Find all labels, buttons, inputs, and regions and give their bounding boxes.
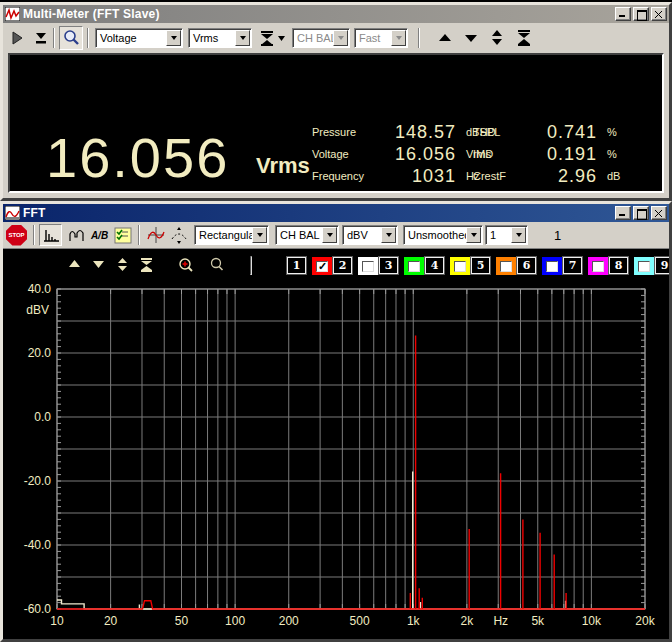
dropdown-arrow-icon[interactable] <box>381 227 396 243</box>
y-axis-label: 20.0 <box>28 346 52 360</box>
dropdown-arrow-icon[interactable] <box>235 30 250 46</box>
stat-label: CrestF <box>473 165 535 187</box>
axes-curve-button[interactable] <box>144 224 167 246</box>
dropdown-arrow-icon[interactable] <box>466 227 481 243</box>
range-down-icon[interactable] <box>464 32 478 44</box>
trace-6-button[interactable]: 6 <box>517 257 536 274</box>
fft-unit-select[interactable]: dBV <box>342 225 398 245</box>
multimeter-title: Multi-Meter (FFT Slave) <box>23 7 160 21</box>
x-axis-label: 100 <box>225 614 245 628</box>
toolbar-separator <box>33 225 35 245</box>
spectrum-view-button[interactable] <box>39 224 62 246</box>
y-axis-label: -20.0 <box>24 474 52 488</box>
play-icon[interactable] <box>10 30 24 46</box>
trace-7-checkbox[interactable] <box>588 257 608 275</box>
trace-7-button[interactable]: 7 <box>563 257 582 274</box>
magnifier-toggle-button[interactable] <box>59 26 83 50</box>
scale-expand-icon[interactable] <box>115 257 130 277</box>
toolbar-separator <box>418 28 420 48</box>
trace-1-button[interactable]: 1 <box>287 257 306 274</box>
trace-6-checkbox-box <box>546 261 558 272</box>
trace-3-checkbox-box <box>408 261 420 272</box>
minimize-button[interactable] <box>615 206 631 220</box>
meter-display-panel: 16.056 Vrms Pressure148.57dBSPLVoltage16… <box>8 53 664 193</box>
trace-2-checkbox[interactable] <box>358 257 378 275</box>
traces-master-checkbox[interactable] <box>250 256 252 275</box>
trace-3-checkbox[interactable] <box>404 257 424 275</box>
stat-unit: % <box>607 121 649 143</box>
zoom-out-icon[interactable] <box>209 257 225 276</box>
trace-5-checkbox[interactable] <box>496 257 516 275</box>
maximize-button[interactable] <box>633 7 649 21</box>
trace-group-8: 8 <box>609 257 654 275</box>
meter-unit-select[interactable]: Vrms <box>188 28 252 48</box>
fft-titlebar[interactable]: FFT <box>3 204 669 222</box>
meter-channel-select: CH BAL <box>292 28 350 48</box>
trace-2-checkbox-box <box>362 261 374 272</box>
trace-7-checkbox-box <box>592 261 604 272</box>
dropdown-arrow-icon[interactable] <box>322 227 337 243</box>
dropdown-arrow-icon <box>333 30 348 46</box>
scale-down-icon[interactable] <box>91 257 106 275</box>
trace-8-checkbox-box <box>638 261 650 272</box>
x-axis-label: 5k <box>531 614 545 628</box>
compress-range-icon[interactable] <box>259 29 275 47</box>
stop-button[interactable]: STOP <box>6 225 27 246</box>
range-compress-icon[interactable] <box>516 29 532 47</box>
dropdown-arrow-icon[interactable] <box>166 30 181 46</box>
stat-unit: dB <box>607 165 649 187</box>
x-axis-label: 1k <box>407 614 421 628</box>
checklist-button[interactable] <box>111 224 134 246</box>
trace-1-checkbox[interactable] <box>312 257 332 275</box>
range-expand-icon[interactable] <box>490 29 504 47</box>
stat-value: 16.056 <box>378 143 466 165</box>
trace-4-button[interactable]: 4 <box>425 257 444 274</box>
multimeter-titlebar[interactable]: Multi-Meter (FFT Slave) <box>3 5 669 23</box>
trace-8-checkbox[interactable] <box>634 257 654 275</box>
trace-2-button[interactable]: 2 <box>333 257 352 274</box>
maximize-button[interactable] <box>633 206 649 220</box>
minimize-button[interactable] <box>615 7 631 21</box>
trace-8-button[interactable]: 8 <box>609 257 628 274</box>
trace-3-button[interactable]: 3 <box>379 257 398 274</box>
scale-compress-icon[interactable] <box>139 257 154 277</box>
fft-title: FFT <box>23 206 46 220</box>
x-axis-label: 10k <box>582 614 602 628</box>
smoothing-select[interactable]: Unsmoothed <box>403 225 483 245</box>
scale-up-icon[interactable] <box>67 257 82 275</box>
stat-value: 1031 <box>378 165 466 187</box>
smoothing-button[interactable] <box>167 224 190 246</box>
stat-label: Pressure <box>312 121 378 143</box>
trace-group-5: 5 <box>471 257 516 275</box>
fft-plot-panel: 40.020.00.0-20.0-40.0-60.0dBV10205010020… <box>3 248 669 639</box>
trace-9-button[interactable]: 9 <box>655 257 669 274</box>
close-button[interactable] <box>651 7 667 21</box>
trace-6-checkbox[interactable] <box>542 257 562 275</box>
skip-to-end-icon[interactable] <box>33 30 49 46</box>
trace-group-6: 6 <box>517 257 562 275</box>
stat-value: 2.96 <box>535 165 607 187</box>
stat-value: 148.57 <box>378 121 466 143</box>
toolbar-separator <box>87 28 89 48</box>
fft-spectrum-chart: 40.020.00.0-20.0-40.0-60.0dBV10205010020… <box>3 249 669 639</box>
stat-label: THD <box>473 121 535 143</box>
fft-channel-select[interactable]: CH BAL <box>275 225 339 245</box>
fft-window-select[interactable]: Rectangular <box>194 225 269 245</box>
trace-5-button[interactable]: 5 <box>471 257 490 274</box>
dropdown-arrow-icon[interactable] <box>252 227 267 243</box>
ab-compare-button[interactable]: A/B <box>88 224 111 246</box>
trace-4-checkbox[interactable] <box>450 257 470 275</box>
trace-2-white <box>57 471 645 609</box>
trace-5-checkbox-box <box>500 261 512 272</box>
dropdown-arrow-icon[interactable] <box>511 227 526 243</box>
trace-group-4: 4 <box>425 257 470 275</box>
averages-select[interactable]: 1 <box>485 225 528 245</box>
waveform-view-button[interactable] <box>65 224 88 246</box>
close-button[interactable] <box>651 206 667 220</box>
range-up-icon[interactable] <box>438 32 452 44</box>
x-axis-label: 10 <box>50 614 64 628</box>
zoom-in-icon[interactable] <box>177 257 195 278</box>
function-select[interactable]: Voltage <box>95 28 183 48</box>
stat-value: 0.191 <box>535 143 607 165</box>
range-dropdown-arrow-icon[interactable] <box>278 34 286 42</box>
